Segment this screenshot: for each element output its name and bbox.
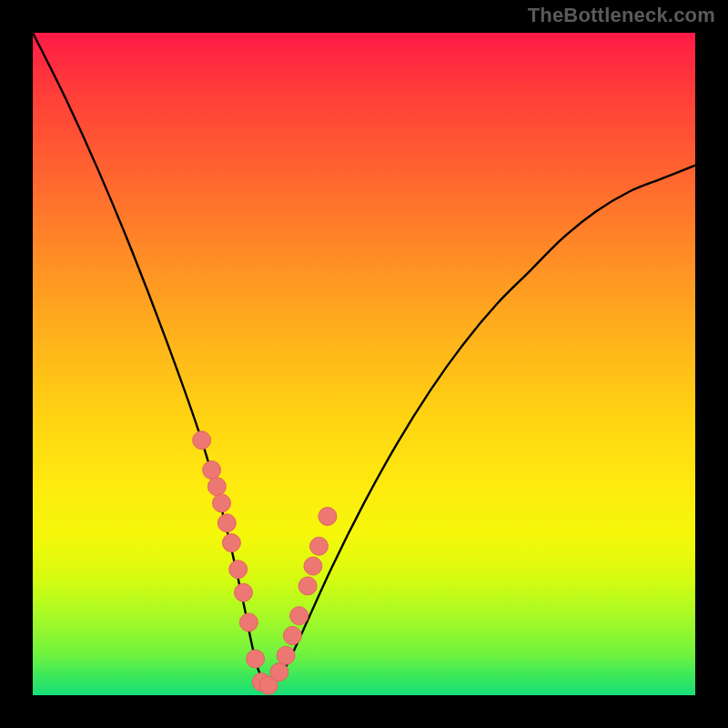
- marker-point: [310, 537, 329, 555]
- marker-point: [229, 561, 248, 579]
- marker-point: [235, 583, 253, 602]
- highlighted-points: [193, 431, 337, 694]
- marker-point: [239, 613, 258, 632]
- marker-point: [290, 607, 308, 625]
- marker-point: [304, 557, 322, 575]
- marker-point: [203, 460, 221, 479]
- marker-point: [217, 514, 236, 532]
- marker-point: [298, 577, 317, 595]
- marker-point: [193, 431, 211, 450]
- bottleneck-curve: [33, 33, 695, 683]
- chart-frame: TheBottleneck.com: [0, 0, 728, 728]
- marker-point: [212, 494, 230, 512]
- marker-point: [318, 507, 337, 525]
- marker-point: [277, 646, 295, 664]
- marker-point: [207, 478, 226, 496]
- chart-overlay: [33, 33, 695, 695]
- marker-point: [222, 534, 240, 552]
- marker-point: [270, 663, 288, 682]
- watermark-text: TheBottleneck.com: [528, 4, 715, 27]
- marker-point: [247, 650, 265, 668]
- marker-point: [283, 626, 301, 644]
